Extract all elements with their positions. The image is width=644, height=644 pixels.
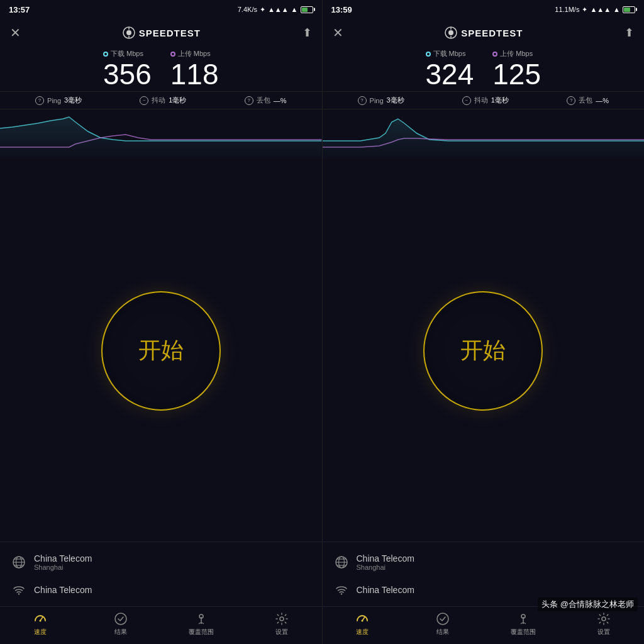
- right-jitter-label: 抖动: [474, 96, 488, 105]
- left-battery: [301, 6, 313, 13]
- right-chart: [323, 109, 645, 160]
- right-jitter-item: ~ 抖动 1毫秒: [462, 96, 509, 105]
- svg-point-14: [280, 617, 284, 621]
- right-upload-value: 125: [492, 60, 541, 89]
- left-loss-label: 丢包: [257, 96, 270, 105]
- left-ping-icon: ?: [35, 96, 44, 105]
- left-upload-dot: [170, 52, 175, 57]
- left-download-value: 356: [103, 60, 152, 89]
- left-bottom-nav: 速度 结果 覆盖范围: [0, 606, 322, 644]
- right-download-dot: [426, 52, 431, 57]
- right-nav-coverage[interactable]: 覆盖范围: [483, 612, 564, 636]
- left-results-icon: [114, 612, 128, 626]
- left-upload-label: 上传 Mbps: [170, 49, 219, 58]
- right-share-button[interactable]: ⬆: [625, 26, 634, 40]
- right-status-icons: 11.1M/s ✦ ▲▲▲ ▲: [555, 6, 635, 14]
- left-wifi-name: China Telecom: [34, 585, 92, 595]
- svg-point-29: [602, 617, 606, 621]
- left-bluetooth-icon: ✦: [260, 6, 265, 14]
- right-app-title: SPEEDTEST: [445, 26, 523, 39]
- right-bottom-nav: 速度 结果 覆盖范围: [323, 606, 645, 644]
- right-download-display: 下载 Mbps 324: [426, 49, 474, 89]
- right-ping-bar: ? Ping 3毫秒 ~ 抖动 1毫秒 ? 丢包 —%: [323, 91, 645, 109]
- left-ping-label: Ping: [47, 97, 61, 104]
- right-upload-label: 上传 Mbps: [492, 49, 541, 58]
- right-start-button[interactable]: 开始: [423, 291, 543, 411]
- left-upload-value: 118: [170, 60, 219, 89]
- svg-point-27: [437, 613, 448, 625]
- right-jitter-value: 1毫秒: [491, 96, 509, 105]
- left-share-button[interactable]: ⬆: [303, 26, 312, 40]
- main-container: 13:57 7.4K/s ✦ ▲▲▲ ▲ ✕ SPE: [0, 0, 644, 644]
- right-download-label: 下载 Mbps: [426, 49, 474, 58]
- right-network-speed: 11.1M/s: [555, 6, 579, 13]
- right-nav-settings[interactable]: 设置: [564, 612, 644, 636]
- left-ping-bar: ? Ping 3毫秒 ~ 抖动 1毫秒 ? 丢包 —%: [0, 91, 322, 109]
- right-ping-label: Ping: [370, 97, 384, 104]
- left-download-label: 下载 Mbps: [103, 49, 152, 58]
- right-nav-results[interactable]: 结果: [402, 612, 483, 636]
- right-panel: 13:59 11.1M/s ✦ ▲▲▲ ▲ ✕ SP: [323, 0, 645, 644]
- right-battery: [623, 6, 635, 13]
- left-wifi-icon-globe: [10, 581, 28, 599]
- svg-point-9: [18, 593, 19, 594]
- left-download-display: 下载 Mbps 356: [103, 49, 152, 89]
- left-jitter-item: ~ 抖动 1毫秒: [140, 96, 186, 105]
- left-loss-icon: ?: [245, 96, 253, 105]
- left-wifi-text: China Telecom: [34, 585, 92, 595]
- left-upload-display: 上传 Mbps 118: [170, 49, 219, 89]
- right-speedtest-title: SPEEDTEST: [461, 28, 523, 38]
- left-close-button[interactable]: ✕: [10, 25, 21, 40]
- right-results-icon: [436, 612, 450, 626]
- left-loss-value: —%: [274, 97, 287, 104]
- left-nav-speed[interactable]: 速度: [0, 612, 80, 636]
- left-ping-value: 3毫秒: [64, 96, 82, 105]
- right-isp-row: China Telecom Shanghai: [333, 548, 635, 576]
- right-jitter-icon: ~: [462, 96, 471, 105]
- left-nav-coverage-label: 覆盖范围: [189, 628, 214, 636]
- left-speedtest-logo-icon: [123, 26, 135, 39]
- left-settings-icon: [275, 612, 289, 626]
- left-coverage-icon: [194, 612, 208, 626]
- svg-point-11: [39, 620, 41, 622]
- left-network-speed: 7.4K/s: [238, 6, 257, 13]
- left-time: 13:57: [9, 5, 30, 14]
- left-nav-settings[interactable]: 设置: [242, 612, 322, 636]
- left-jitter-value: 1毫秒: [169, 96, 186, 105]
- left-ping-item: ? Ping 3毫秒: [35, 96, 82, 105]
- right-app-header: ✕ SPEEDTEST ⬆: [323, 19, 645, 47]
- left-nav-coverage[interactable]: 覆盖范围: [161, 612, 242, 636]
- right-nav-coverage-label: 覆盖范围: [511, 628, 536, 636]
- left-isp-location: Shanghai: [34, 564, 92, 571]
- left-start-label: 开始: [138, 335, 184, 366]
- left-globe-icon: [10, 553, 28, 571]
- right-wifi-icon-globe: [333, 581, 350, 599]
- left-app-title: SPEEDTEST: [123, 26, 201, 39]
- left-nav-results[interactable]: 结果: [80, 612, 161, 636]
- left-start-button[interactable]: 开始: [101, 291, 221, 411]
- right-nav-speed[interactable]: 速度: [323, 612, 403, 636]
- left-speed-display: 下载 Mbps 356 上传 Mbps 118: [0, 47, 322, 91]
- right-nav-speed-label: 速度: [356, 628, 369, 636]
- right-coverage-icon: [516, 612, 530, 626]
- left-chart: [0, 109, 322, 160]
- left-isp-text: China Telecom Shanghai: [34, 553, 92, 571]
- right-isp-location: Shanghai: [357, 564, 414, 571]
- right-ping-item: ? Ping 3毫秒: [358, 96, 404, 105]
- left-jitter-label: 抖动: [152, 96, 165, 105]
- watermark: 头条 @合情脉脉之林老师: [538, 597, 638, 611]
- right-middle-section: 开始: [323, 160, 645, 541]
- right-close-button[interactable]: ✕: [333, 25, 343, 40]
- left-middle-section: 开始: [0, 160, 322, 541]
- right-nav-settings-label: 设置: [597, 628, 610, 636]
- left-status-icons: 7.4K/s ✦ ▲▲▲ ▲: [238, 6, 313, 14]
- right-wifi-name: China Telecom: [357, 585, 414, 595]
- svg-point-1: [126, 30, 131, 35]
- right-download-value: 324: [426, 60, 474, 89]
- left-isp-name: China Telecom: [34, 553, 92, 564]
- left-nav-speed-label: 速度: [34, 628, 47, 636]
- left-wifi-icon: ▲: [291, 6, 298, 13]
- right-start-label: 开始: [460, 335, 506, 366]
- right-loss-icon: ?: [567, 96, 575, 105]
- left-panel: 13:57 7.4K/s ✦ ▲▲▲ ▲ ✕ SPE: [0, 0, 323, 644]
